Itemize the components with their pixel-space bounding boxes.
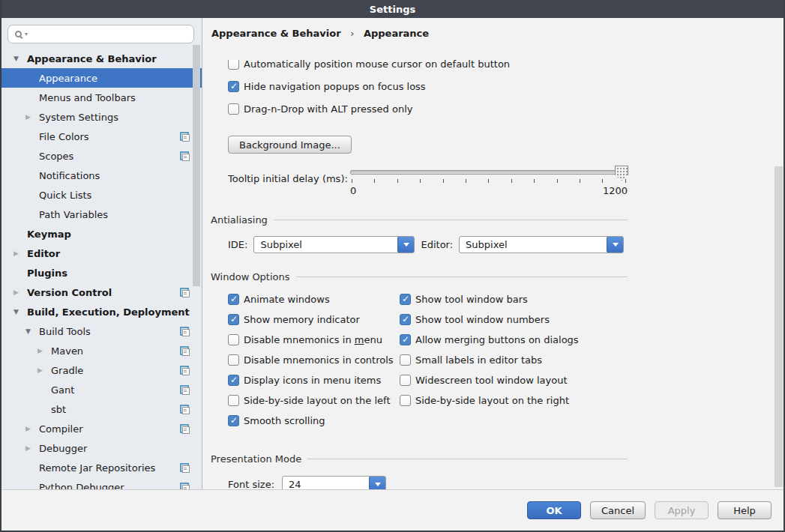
sidebar-item-menus-toolbars[interactable]: Menus and Toolbars <box>1 88 202 107</box>
chevron-right-icon[interactable]: ▶ <box>13 288 27 296</box>
checkbox[interactable] <box>228 294 239 305</box>
slider-track[interactable] <box>350 170 628 175</box>
antialiasing-row: IDE: Subpixel Editor: Subpixel <box>203 236 628 253</box>
sidebar-item-editor[interactable]: ▶Editor <box>1 244 202 263</box>
font-size-select[interactable]: 24 <box>282 476 386 489</box>
ide-antialiasing-select[interactable]: Subpixel <box>253 236 415 253</box>
sidebar-item-system-settings[interactable]: ▶System Settings <box>1 107 202 127</box>
search-box[interactable]: ▾ <box>7 25 194 43</box>
checkbox-row-drag-n-drop-alt[interactable]: Drag-n-Drop with ALT pressed only <box>203 103 628 115</box>
editor-aa-label: Editor: <box>421 239 453 250</box>
checkbox[interactable] <box>228 415 239 426</box>
sidebar-item-compiler[interactable]: ▶Compiler <box>1 419 202 438</box>
checkbox-row-show-tool-window-numbers[interactable]: Show tool window numbers <box>400 314 628 325</box>
slider-labels: 0 1200 <box>350 185 628 196</box>
checkbox-row-disable-mnemonics-menu[interactable]: Disable mnemonics in menu <box>203 334 400 345</box>
apply-button[interactable]: Apply <box>655 501 709 519</box>
sidebar-item-appearance[interactable]: Appearance <box>1 68 202 88</box>
editor-antialiasing-select[interactable]: Subpixel <box>459 236 624 253</box>
checkbox-row-widescreen-layout[interactable]: Widescreen tool window layout <box>400 375 628 386</box>
checkbox-row-show-tool-window-bars[interactable]: Show tool window bars <box>400 294 628 305</box>
checkbox[interactable] <box>228 60 239 70</box>
checkbox[interactable] <box>228 395 239 406</box>
ok-button[interactable]: OK <box>527 501 581 519</box>
checkbox[interactable] <box>228 81 239 92</box>
checkbox-row-show-memory-indicator[interactable]: Show memory indicator <box>203 314 400 325</box>
sidebar-item-maven[interactable]: ▶Maven <box>1 341 202 360</box>
checkbox[interactable] <box>228 314 239 325</box>
sidebar-scrollbar-thumb[interactable] <box>193 45 200 286</box>
checkbox-row-hide-navigation-popups[interactable]: Hide navigation popups on focus loss <box>203 81 628 92</box>
content-scrollbar-thumb[interactable] <box>775 166 783 487</box>
search-input[interactable] <box>32 28 189 40</box>
checkbox[interactable] <box>228 354 239 366</box>
search-options-chevron-icon[interactable]: ▾ <box>25 31 28 37</box>
sidebar-item-gant[interactable]: Gant <box>1 380 202 399</box>
checkbox[interactable] <box>400 375 411 386</box>
chevron-down-icon[interactable]: ▼ <box>25 327 39 335</box>
checkbox[interactable] <box>228 103 239 115</box>
chevron-right-icon[interactable]: ▶ <box>25 425 39 432</box>
sidebar-item-build-tools[interactable]: ▼Build Tools <box>1 321 202 341</box>
shared-settings-icon <box>180 385 190 395</box>
checkbox-row-smooth-scrolling[interactable]: Smooth scrolling <box>203 415 400 426</box>
checkbox-row-disable-mnemonics-controls[interactable]: Disable mnemonics in controls <box>203 354 400 366</box>
search-icon <box>15 31 22 37</box>
checkbox-row-allow-merging-buttons[interactable]: Allow merging buttons on dialogs <box>400 334 628 345</box>
title-bar[interactable]: Settings <box>0 0 785 18</box>
sidebar-item-appearance-behavior[interactable]: ▼Appearance & Behavior <box>1 49 202 68</box>
chevron-right-icon[interactable]: ▶ <box>25 113 39 121</box>
sidebar-item-scopes[interactable]: Scopes <box>1 146 202 166</box>
sidebar-item-python-debugger[interactable]: Python Debugger <box>1 477 202 489</box>
checkbox-row-side-by-side-right[interactable]: Side-by-side layout on the right <box>400 395 628 406</box>
shared-settings-icon <box>180 424 190 434</box>
sidebar-item-remote-jar-repositories[interactable]: Remote Jar Repositories <box>1 458 202 477</box>
checkbox-row-auto-position-mouse[interactable]: Automatically position mouse cursor on d… <box>203 60 628 70</box>
checkbox[interactable] <box>228 334 239 345</box>
sidebar-item-notifications[interactable]: Notifications <box>1 166 202 185</box>
ide-aa-label: IDE: <box>228 239 247 250</box>
checkbox[interactable] <box>400 294 411 305</box>
chevron-right-icon[interactable]: ▶ <box>13 250 27 257</box>
chevron-down-icon[interactable] <box>607 236 624 253</box>
chevron-right-icon[interactable]: ▶ <box>37 347 51 354</box>
slider-thumb[interactable] <box>615 166 628 181</box>
sidebar-item-debugger[interactable]: ▶Debugger <box>1 438 202 458</box>
sidebar-item-version-control[interactable]: ▶Version Control <box>1 282 202 302</box>
checkbox-row-side-by-side-left[interactable]: Side-by-side layout on the left <box>203 395 400 406</box>
chevron-right-icon[interactable]: ▶ <box>25 444 39 452</box>
shared-settings-icon <box>180 463 190 473</box>
chevron-down-icon[interactable]: ▼ <box>13 308 27 315</box>
checkbox[interactable] <box>400 354 411 366</box>
checkbox-row-display-icons-menu-items[interactable]: Display icons in menu items <box>203 375 400 386</box>
sidebar-item-plugins[interactable]: Plugins <box>1 263 202 282</box>
help-button[interactable]: Help <box>718 501 772 519</box>
checkbox[interactable] <box>400 314 411 325</box>
breadcrumb-parent[interactable]: Appearance & Behavior <box>211 28 341 39</box>
sidebar-item-path-variables[interactable]: Path Variables <box>1 205 202 224</box>
checkbox-row-animate-windows[interactable]: Animate windows <box>203 294 400 305</box>
sidebar-item-gradle[interactable]: ▶Gradle <box>1 360 202 380</box>
sidebar-item-quick-lists[interactable]: Quick Lists <box>1 185 202 205</box>
chevron-down-icon[interactable] <box>397 236 415 253</box>
tooltip-delay-slider[interactable]: 0 1200 <box>350 164 628 196</box>
sidebar-item-build-execution-deployment[interactable]: ▼Build, Execution, Deployment <box>1 302 202 321</box>
checkbox[interactable] <box>400 395 411 406</box>
checkbox[interactable] <box>228 375 239 386</box>
shared-settings-icon <box>180 366 190 375</box>
settings-tree: ▼Appearance & Behavior Appearance Menus … <box>1 49 202 489</box>
sidebar-item-keymap[interactable]: Keymap <box>1 224 202 244</box>
chevron-down-icon[interactable] <box>369 476 386 489</box>
cancel-button[interactable]: Cancel <box>590 501 646 519</box>
settings-form-viewport[interactable]: Automatically position mouse cursor on d… <box>203 60 773 489</box>
slider-ticks <box>350 179 628 183</box>
chevron-right-icon[interactable]: ▶ <box>37 366 51 374</box>
sidebar-item-file-colors[interactable]: File Colors <box>1 127 202 146</box>
shared-settings-icon <box>180 288 190 297</box>
sidebar-item-sbt[interactable]: sbt <box>1 399 202 419</box>
section-window-options: Window Options <box>211 271 628 282</box>
checkbox[interactable] <box>400 334 411 345</box>
background-image-button[interactable]: Background Image... <box>228 136 352 154</box>
chevron-down-icon[interactable]: ▼ <box>13 55 27 62</box>
checkbox-row-small-labels-editor-tabs[interactable]: Small labels in editor tabs <box>400 354 628 366</box>
